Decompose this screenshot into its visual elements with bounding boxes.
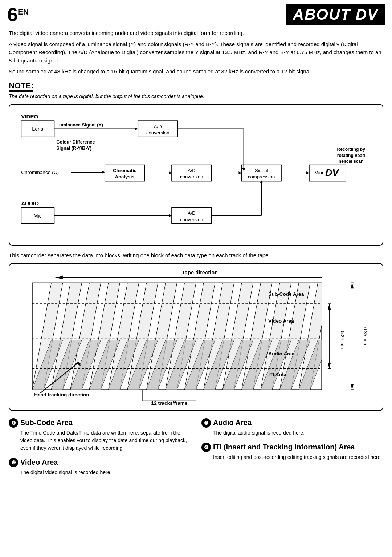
note-text: The data recorded on a tape is digital, … [9,93,204,99]
svg-text:6.35 mm: 6.35 mm [363,327,368,345]
bullet-4: ❹ [201,443,211,452]
paragraph-1: The digital video camera converts incomi… [9,29,383,37]
sub-code-title: Sub-Code Area [20,419,73,427]
sub-code-section: ❶ Sub-Code Area The Time Code and Date/T… [9,418,191,452]
svg-text:Chromatic: Chromatic [113,168,136,173]
page-header: 6EN ABOUT DV [0,0,392,27]
svg-marker-112 [351,283,354,289]
svg-text:AUDIO: AUDIO [21,200,39,206]
svg-text:ITI Area: ITI Area [268,372,286,378]
tape-diagram-box: Tape direction [9,263,383,411]
bottom-right: ❸ Audio Area The digital audio signal is… [201,418,383,482]
svg-text:Colour Difference: Colour Difference [56,140,95,145]
svg-text:Recording by: Recording by [337,147,365,152]
svg-text:Chrominance (C): Chrominance (C) [21,170,59,175]
paragraph-3: Sound sampled at 48 kHz is changed to a … [9,68,383,76]
svg-text:DV: DV [325,167,339,178]
video-area-title: Video Area [20,458,58,467]
svg-marker-26 [238,171,241,174]
svg-text:Analysis: Analysis [115,174,135,179]
iti-section: ❹ ITI (Insert and Tracking Information) … [201,443,383,461]
sub-code-heading: ❶ Sub-Code Area [9,418,191,428]
sub-code-text: The Time Code and Date/Time data are wri… [20,429,191,452]
svg-text:helical scan: helical scan [339,158,364,164]
svg-marker-16 [102,171,105,174]
svg-text:Mini: Mini [314,170,323,175]
bottom-sections: ❶ Sub-Code Area The Time Code and Date/T… [9,418,383,482]
video-area-text: The digital video signal is recorded her… [20,469,191,476]
svg-text:Signal (R-Y/B-Y): Signal (R-Y/B-Y) [56,146,91,151]
iti-title: ITI (Insert and Tracking Information) Ar… [213,443,355,451]
svg-text:Tape direction: Tape direction [182,270,218,276]
svg-text:Lens: Lens [32,126,43,132]
svg-marker-106 [328,304,331,310]
tape-diagram-svg: Tape direction [9,264,383,409]
svg-text:Video Area: Video Area [268,318,294,324]
svg-text:Head tracking direction: Head tracking direction [34,392,89,397]
svg-text:Signal: Signal [255,168,268,173]
svg-text:A/D: A/D [154,124,162,129]
bullet-2: ❷ [9,458,18,467]
svg-text:conversion: conversion [180,174,203,179]
svg-text:5.24 mm: 5.24 mm [340,331,345,349]
svg-marker-5 [135,127,138,130]
svg-text:Luminance Signal (Y): Luminance Signal (Y) [56,122,103,127]
flow-diagram-box: VIDEO Lens Luminance Signal (Y) Colour D… [9,104,383,246]
video-area-heading: ❷ Video Area [9,458,191,467]
audio-area-text: The digital audio signal is recorded her… [213,429,383,437]
bullet-1: ❶ [9,418,18,428]
about-dv-title: ABOUT DV [286,4,385,25]
main-content: The digital video camera converts incomi… [0,27,392,491]
svg-text:conversion: conversion [146,130,170,135]
note-section: NOTE: The data recorded on a tape is dig… [9,81,383,100]
svg-text:rotating head: rotating head [337,153,365,158]
paragraph-2: A video signal is composed of a luminanc… [9,40,383,65]
note-title: NOTE: [9,81,33,92]
svg-text:VIDEO: VIDEO [21,113,38,120]
page-number: 6EN [7,5,29,24]
video-area-section: ❷ Video Area The digital video signal is… [9,458,191,476]
svg-marker-113 [351,384,354,390]
bullet-3: ❸ [201,418,211,428]
svg-text:compression: compression [248,174,275,179]
svg-text:Sub-Code Area: Sub-Code Area [268,291,304,297]
svg-marker-107 [328,363,331,369]
svg-text:A/D: A/D [188,210,196,216]
audio-area-heading: ❸ Audio Area [201,418,383,428]
svg-text:Audio Area: Audio Area [268,351,295,356]
svg-marker-31 [306,171,309,174]
svg-text:Mic: Mic [34,213,42,218]
separator-text: This camcorder separates the data into b… [9,251,383,260]
svg-text:A/D: A/D [188,168,196,173]
svg-marker-43 [169,214,172,217]
svg-marker-51 [55,276,63,279]
iti-text: Insert editing and post-recording editin… [213,453,383,461]
audio-area-section: ❸ Audio Area The digital audio signal is… [201,418,383,437]
svg-text:conversion: conversion [180,217,203,222]
bottom-left: ❶ Sub-Code Area The Time Code and Date/T… [9,418,191,482]
svg-marker-13 [242,168,245,171]
iti-heading: ❹ ITI (Insert and Tracking Information) … [201,443,383,452]
svg-marker-21 [169,171,172,174]
audio-area-title: Audio Area [213,419,252,427]
